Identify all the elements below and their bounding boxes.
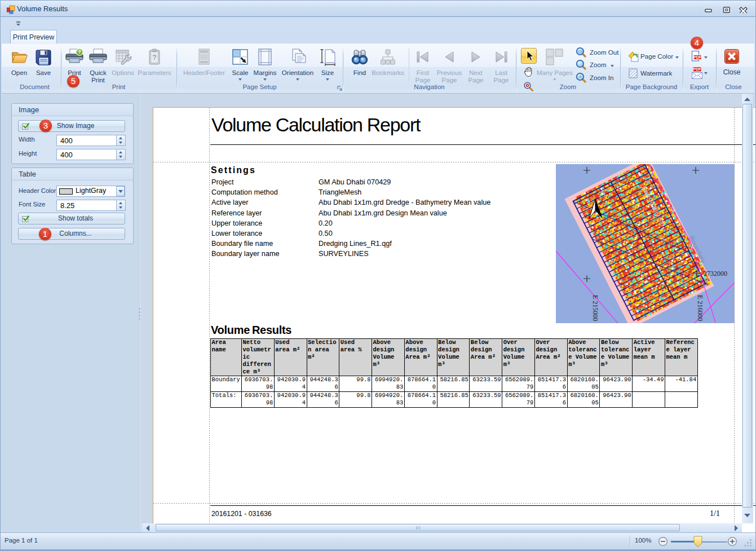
svg-text:PDF: PDF — [693, 55, 702, 59]
svg-text:?: ? — [78, 49, 81, 55]
svg-text:E 215000: E 215000 — [591, 295, 599, 321]
svg-text:2732000: 2732000 — [704, 270, 727, 277]
svg-text:?: ? — [152, 53, 157, 61]
svg-text:E 216000: E 216000 — [696, 295, 704, 321]
svg-text:PDF: PDF — [693, 67, 702, 71]
